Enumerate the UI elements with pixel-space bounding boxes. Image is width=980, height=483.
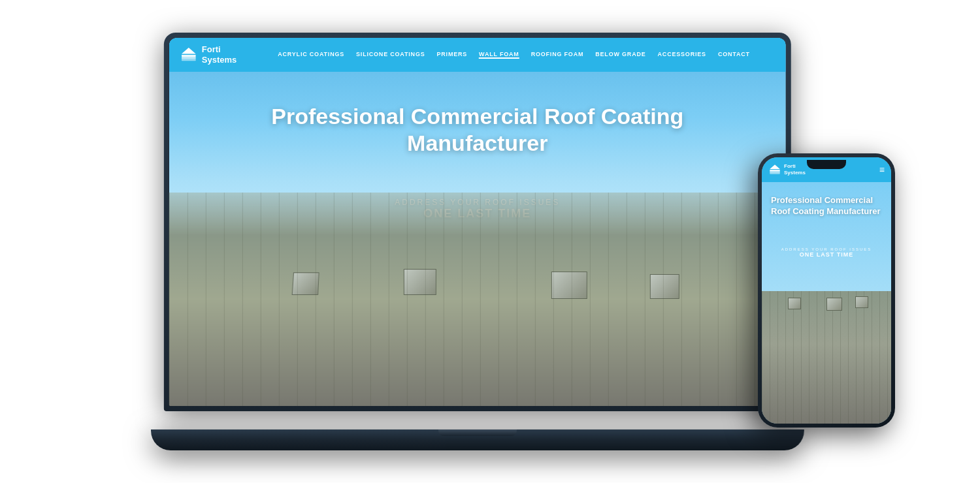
website-desktop: Forti Systems ACRYLIC COATINGS SILICONE … (169, 38, 786, 406)
phone-vent-3 (855, 296, 868, 308)
phone-frame: Forti Systems ≡ (758, 153, 895, 428)
roof-surface (169, 193, 786, 406)
svg-rect-1 (182, 57, 196, 59)
svg-rect-5 (169, 193, 786, 406)
nav-wall-foam[interactable]: WALL FOAM (479, 51, 519, 59)
phone-roof (762, 291, 891, 424)
nav-accessories[interactable]: ACCESSORIES (658, 51, 706, 59)
nav-below-grade[interactable]: BELOW GRADE (595, 51, 645, 59)
nav-roofing-foam[interactable]: ROOFING FOAM (531, 51, 584, 59)
svg-marker-9 (770, 164, 780, 169)
phone-logo-icon (768, 163, 781, 176)
phone-logo[interactable]: Forti Systems (768, 163, 806, 176)
svg-rect-8 (770, 172, 780, 174)
phone-hero: Professional Commercial Roof Coating Man… (762, 182, 891, 424)
nav-silicone[interactable]: SILICONE COATINGS (356, 51, 425, 59)
svg-rect-6 (770, 170, 780, 171)
phone-logo-text: Forti Systems (784, 163, 806, 176)
phone-vent-1 (788, 298, 801, 309)
svg-rect-0 (182, 55, 196, 57)
phone-hero-title: Professional Commercial Roof Coating Man… (762, 195, 891, 217)
phone-screen: Forti Systems ≡ (762, 157, 891, 424)
hero-title: Professional Commercial Roof Coating Man… (169, 103, 786, 157)
desktop-navbar: Forti Systems ACRYLIC COATINGS SILICONE … (169, 38, 786, 72)
svg-marker-3 (182, 48, 196, 54)
phone-hero-sub: ADDRESS YOUR ROOF ISSUES ONE LAST TIME (762, 247, 891, 258)
phone-notch (807, 160, 846, 169)
svg-rect-11 (762, 291, 891, 424)
phone-hamburger-icon[interactable]: ≡ (879, 164, 885, 175)
svg-rect-2 (182, 59, 196, 61)
scene: Forti Systems ACRYLIC COATINGS SILICONE … (0, 0, 980, 483)
nav-acrylic[interactable]: ACRYLIC COATINGS (278, 51, 344, 59)
phone-vent-2 (826, 298, 842, 311)
nav-contact[interactable]: CONTACT (718, 51, 750, 59)
laptop-hinge (438, 429, 517, 436)
nav-links: ACRYLIC COATINGS SILICONE COATINGS PRIME… (252, 51, 776, 59)
laptop-bezel: Forti Systems ACRYLIC COATINGS SILICONE … (169, 38, 786, 406)
phone-sub-line2: ONE LAST TIME (762, 251, 891, 258)
svg-rect-7 (770, 171, 780, 172)
roof-lines-svg (169, 193, 786, 406)
laptop-base (151, 429, 804, 450)
desktop-logo[interactable]: Forti Systems (180, 44, 237, 65)
logo-text: Forti Systems (202, 44, 237, 65)
laptop-device: Forti Systems ACRYLIC COATINGS SILICONE … (164, 33, 791, 450)
laptop-screen: Forti Systems ACRYLIC COATINGS SILICONE … (169, 38, 786, 406)
forti-logo-icon (180, 46, 198, 64)
phone-device: Forti Systems ≡ (758, 153, 895, 428)
nav-primers[interactable]: PRIMERS (437, 51, 468, 59)
phone-roof-lines-svg (762, 291, 891, 424)
laptop-frame: Forti Systems ACRYLIC COATINGS SILICONE … (164, 33, 791, 411)
